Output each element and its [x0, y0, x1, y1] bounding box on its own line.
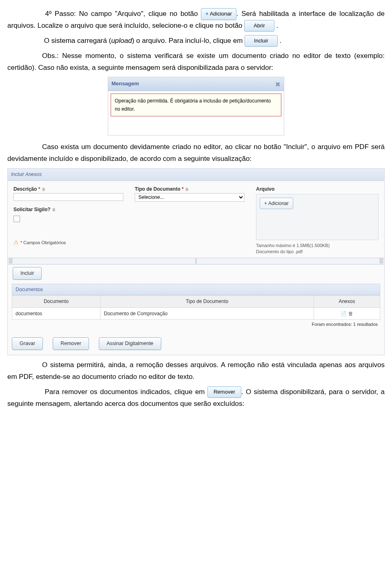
required-note: ⚠* Campos Obrigatórios [13, 238, 123, 247]
cell-anexos: 📄 🗑 [314, 307, 380, 319]
th-documento: Documento [12, 296, 100, 307]
abrir-button[interactable]: Abrir [244, 20, 274, 31]
tipo-label: Tipo de Documento * 🗎 [135, 186, 189, 192]
descricao-field-group: Descrição * 🗎 Solicitar Sigilo? 🗎 ⚠* Cam… [13, 185, 123, 247]
arquivo-dropzone: +Adicionar [256, 194, 379, 240]
message-title: Mensagem [111, 80, 139, 87]
help-icon: 🗎 [42, 187, 46, 192]
table-row: documentos Documento de Comprovação 📄 🗑 [12, 307, 380, 319]
step4-paragraph: 4º Passo: No campo "Arquivo", clique no … [7, 8, 385, 32]
close-icon[interactable]: ✖ [275, 79, 281, 90]
adicionar-button-panel[interactable]: +Adicionar [260, 198, 293, 209]
result-count: Foram encontrados: 1 resultados [12, 321, 380, 328]
message-body: Operação não permitida. É obrigatória a … [111, 94, 281, 117]
text: Para remover os documentos indicados, cl… [45, 388, 205, 396]
arquivo-label: Arquivo [256, 186, 274, 192]
th-anexos: Anexos [314, 296, 380, 307]
sigilo-checkbox[interactable] [13, 216, 20, 222]
file-hint: Tamanho máximo é 1.5MB(1.500KB) Document… [256, 243, 379, 255]
upload-italic: upload [111, 37, 132, 45]
text: O sistema carregará ( [44, 37, 111, 45]
th-tipo: Tipo de Documento [100, 296, 314, 307]
scroll-left-icon[interactable] [9, 258, 12, 263]
remover-instr-paragraph: Para remover os documentos indicados, cl… [7, 386, 385, 410]
remover-button-inline[interactable]: Remover [207, 386, 241, 398]
delete-icon[interactable]: 🗑 [348, 311, 353, 316]
upload-paragraph: O sistema carregará (upload) o arquivo. … [7, 35, 385, 47]
cell-documento: documentos [12, 307, 100, 319]
assinar-digitalmente-button[interactable]: Assinar Digitalmente [99, 337, 161, 350]
help-icon: 🗎 [52, 207, 56, 212]
help-icon: 🗎 [185, 187, 189, 192]
incluir-button-inline[interactable]: Incluir [245, 35, 278, 47]
text: ) o arquivo. Para incluí-lo, clique em [132, 37, 243, 45]
text: 4º Passo: No campo "Arquivo", clique no … [45, 10, 198, 18]
descricao-input[interactable] [13, 193, 123, 201]
documentos-title: Documentos [12, 284, 380, 295]
scroll-right-icon[interactable] [380, 258, 383, 263]
panel-title: Incluir Anexos [8, 169, 384, 180]
incluir-button[interactable]: Incluir [13, 267, 42, 280]
obs-paragraph: Obs.: Nesse momento, o sistema verificar… [7, 50, 385, 74]
incluir-anexos-panel: Incluir Anexos Descrição * 🗎 Solicitar S… [7, 168, 385, 355]
warning-icon: ⚠ [13, 239, 19, 245]
message-dialog: Mensagem ✖ Operação não permitida. É obr… [108, 77, 284, 136]
scroll-thumb[interactable] [196, 258, 196, 264]
gravar-button[interactable]: Gravar [12, 337, 43, 350]
documentos-subpanel: Documentos Documento Tipo de Documento A… [12, 284, 380, 328]
horizontal-scrollbar[interactable] [8, 258, 384, 265]
tipo-documento-select[interactable]: Selecione... [135, 193, 245, 202]
documentos-table: Documento Tipo de Documento Anexos docum… [12, 295, 380, 320]
pdf-icon[interactable]: 📄 [341, 311, 347, 316]
cell-tipo: Documento de Comprovação [100, 307, 314, 319]
sigilo-label: Solicitar Sigilo? 🗎 [13, 207, 56, 212]
table-header-row: Documento Tipo de Documento Anexos [12, 296, 380, 307]
adicionar-button[interactable]: +Adicionar [201, 8, 236, 20]
action-button-row: Gravar Remover Assinar Digitalmente [8, 332, 384, 355]
caso-exista-paragraph: Caso exista um documento devidamente cri… [7, 141, 385, 165]
arquivo-field-group: Arquivo +Adicionar Tamanho máximo é 1.5M… [256, 185, 379, 255]
message-title-bar: Mensagem ✖ [108, 77, 284, 91]
remover-button[interactable]: Remover [53, 337, 89, 350]
tipo-documento-field-group: Tipo de Documento * 🗎 Selecione... [135, 185, 245, 202]
plus-icon: + [264, 200, 267, 206]
descricao-label: Descrição * 🗎 [13, 186, 46, 192]
plus-icon: + [205, 11, 209, 17]
remocao-paragraph: O sistema permitirá, ainda, a remoção de… [7, 359, 385, 383]
